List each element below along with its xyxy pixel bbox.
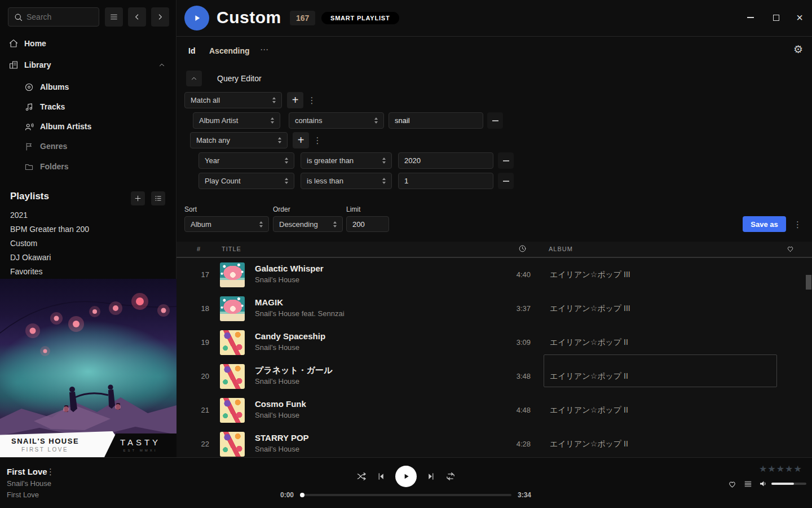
table-row[interactable]: 22 STARRY POP Snail's House 4:28 エイリアン☆ポ… <box>176 427 812 457</box>
volume-slider[interactable] <box>771 483 806 485</box>
track-title: Galactic Whisper <box>255 264 324 273</box>
star-icon[interactable]: ★ <box>759 463 767 474</box>
settings-gear-icon[interactable]: ⚙ <box>793 44 803 55</box>
select-caret-icon <box>259 221 263 227</box>
sidebar-item-label: Tracks <box>40 102 65 111</box>
seek-thumb[interactable] <box>300 493 304 497</box>
playlist-list-button[interactable] <box>151 191 165 205</box>
column-header-index[interactable]: # <box>197 246 201 252</box>
playlist-item[interactable]: DJ Okawari <box>10 250 162 264</box>
group-options-button[interactable]: ⋮ <box>314 132 321 148</box>
rule-operator-value: contains <box>295 116 322 125</box>
rule-operator-select[interactable]: contains <box>289 112 384 129</box>
volume-button[interactable] <box>758 479 769 489</box>
select-caret-icon <box>278 137 281 143</box>
nav-back-button[interactable] <box>128 7 146 27</box>
sidebar-item-label: Home <box>24 39 46 48</box>
track-number: 20 <box>188 372 209 380</box>
rule-value-input[interactable] <box>389 112 483 129</box>
play-icon <box>192 13 202 23</box>
nav-forward-button[interactable] <box>151 7 169 27</box>
table-row[interactable]: 17 Galactic Whisper Snail's House 4:40 エ… <box>176 258 812 292</box>
menu-button[interactable] <box>105 7 123 27</box>
add-playlist-button[interactable] <box>131 191 145 205</box>
artist-icon <box>24 122 34 132</box>
limit-input[interactable] <box>346 216 389 232</box>
play-pause-button[interactable] <box>395 466 417 487</box>
play-playlist-button[interactable] <box>184 6 209 30</box>
star-icon[interactable]: ★ <box>776 463 784 474</box>
playlist-item[interactable]: Custom <box>10 236 162 250</box>
queue-icon <box>743 479 753 489</box>
previous-track-button[interactable] <box>376 471 386 481</box>
next-track-button[interactable] <box>426 471 436 481</box>
table-row[interactable]: 18 MAGIK Snail's House feat. Sennzai 3:3… <box>176 292 812 326</box>
sidebar-item-albums[interactable]: Albums <box>0 78 176 95</box>
shuffle-button[interactable] <box>356 471 367 482</box>
repeat-button[interactable] <box>445 471 456 482</box>
list-sort-field[interactable]: Id <box>188 46 195 55</box>
queue-button[interactable] <box>743 479 753 489</box>
favorite-button[interactable] <box>727 479 737 489</box>
list-sort-direction[interactable]: Ascending <box>209 46 250 55</box>
star-icon[interactable]: ★ <box>785 463 793 474</box>
playlist-item[interactable]: BPM Greater than 200 <box>10 222 162 236</box>
now-playing-options-button[interactable]: ⋮ <box>46 467 55 476</box>
sidebar-item-album-artists[interactable]: Album Artists <box>0 118 176 135</box>
shuffle-icon <box>356 471 367 482</box>
match-type-select[interactable]: Match any <box>190 132 288 148</box>
now-playing-artist[interactable]: Snail's House <box>7 479 51 488</box>
favorite-heart-icon[interactable] <box>786 244 795 254</box>
now-playing-album[interactable]: First Love <box>7 491 39 499</box>
rule-value-input[interactable] <box>398 152 493 169</box>
sidebar-item-folders[interactable]: Folders <box>0 158 176 175</box>
chevron-up-icon[interactable] <box>158 61 166 69</box>
star-icon[interactable]: ★ <box>767 463 775 474</box>
add-rule-button[interactable]: + <box>293 132 309 148</box>
column-header-album[interactable]: ALBUM <box>549 246 573 252</box>
sidebar-item-library[interactable]: Library <box>0 56 176 73</box>
sidebar-item-genres[interactable]: Genres <box>0 138 176 155</box>
seek-bar[interactable] <box>300 494 511 496</box>
match-type-select[interactable]: Match all <box>184 92 282 108</box>
more-options-button[interactable]: ⋯ <box>260 45 268 54</box>
remove-rule-button[interactable] <box>487 112 503 129</box>
remove-rule-button[interactable] <box>498 152 514 169</box>
select-caret-icon <box>333 221 337 227</box>
select-caret-icon <box>382 178 386 184</box>
heart-icon <box>727 479 737 489</box>
search-input[interactable] <box>27 8 96 26</box>
vertical-scrollbar-thumb[interactable] <box>806 275 811 290</box>
sidebar-item-home[interactable]: Home <box>0 35 176 52</box>
track-title: Cosmo Funk <box>255 399 306 409</box>
star-icon[interactable]: ★ <box>793 463 801 474</box>
playlist-item[interactable]: 2021 <box>10 208 162 222</box>
chevron-right-icon <box>156 12 165 21</box>
column-header-title[interactable]: TITLE <box>222 246 241 252</box>
transport-controls <box>355 466 457 487</box>
duration-clock-icon[interactable] <box>518 244 527 254</box>
add-rule-button[interactable]: + <box>287 92 303 108</box>
query-editor-collapse-button[interactable] <box>186 71 202 86</box>
remove-rule-button[interactable] <box>498 173 514 189</box>
window-maximize-button[interactable] <box>768 10 784 25</box>
group-options-button[interactable]: ⋮ <box>308 92 316 108</box>
rule-field-select[interactable]: Play Count <box>198 173 294 189</box>
rule-field-select[interactable]: Album Artist <box>193 112 280 129</box>
sort-select[interactable]: Album <box>184 216 269 232</box>
playlist-item[interactable]: Favorites <box>10 264 162 278</box>
save-as-button[interactable]: Save as <box>743 216 786 232</box>
window-close-button[interactable]: × <box>792 10 807 25</box>
table-row[interactable]: 21 Cosmo Funk Snail's House 4:48 エイリアン☆ポ… <box>176 393 812 427</box>
save-options-button[interactable]: ⋮ <box>793 216 802 232</box>
track-artist: Snail's House <box>255 275 299 284</box>
search-box[interactable] <box>8 7 99 27</box>
rule-operator-select[interactable]: is less than <box>301 173 392 189</box>
rule-value-input[interactable] <box>398 173 493 189</box>
rule-field-select[interactable]: Year <box>198 152 294 169</box>
window-minimize-button[interactable] <box>743 10 758 25</box>
sidebar-item-tracks[interactable]: Tracks <box>0 98 176 115</box>
rule-operator-select[interactable]: is greater than <box>301 152 392 169</box>
sidebar-item-label: Library <box>24 60 51 69</box>
order-select[interactable]: Descending <box>273 216 343 232</box>
